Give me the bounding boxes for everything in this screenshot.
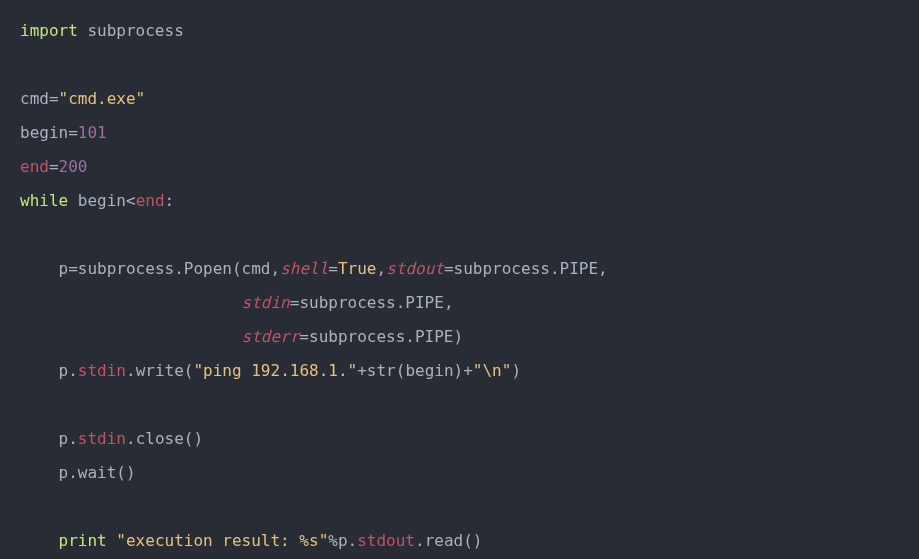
comma: , [376, 259, 386, 278]
code-line: p.wait() [20, 463, 136, 482]
identifier: subprocess [309, 327, 405, 346]
attribute: stdin [78, 361, 126, 380]
code-block: import subprocess cmd="cmd.exe" begin=10… [0, 0, 919, 559]
operator-plus: + [357, 361, 367, 380]
module-name: subprocess [87, 21, 183, 40]
paren-open: ( [184, 361, 194, 380]
dot: . [348, 531, 358, 550]
dot: . [126, 361, 136, 380]
dot: . [68, 463, 78, 482]
paren-close: ) [511, 361, 521, 380]
code-line: while begin<end: [20, 191, 174, 210]
function-name: str [367, 361, 396, 380]
parens: () [184, 429, 203, 448]
code-line: cmd="cmd.exe" [20, 89, 145, 108]
code-line: p.stdin.write("ping 192.168.1."+str(begi… [20, 361, 521, 380]
dot: . [174, 259, 184, 278]
operator-assign: = [68, 123, 78, 142]
operator-assign: = [290, 293, 300, 312]
code-line: begin=101 [20, 123, 107, 142]
code-line: import subprocess [20, 21, 184, 40]
dot: . [68, 361, 78, 380]
string-literal: "cmd.exe" [59, 89, 146, 108]
operator-plus: + [463, 361, 473, 380]
keyword-print: print [59, 531, 107, 550]
code-line: end=200 [20, 157, 87, 176]
operator-assign: = [49, 89, 59, 108]
attribute: stdin [78, 429, 126, 448]
paren-close: ) [454, 361, 464, 380]
parens: () [463, 531, 482, 550]
identifier: end [136, 191, 165, 210]
function-name: wait [78, 463, 117, 482]
identifier: subprocess [454, 259, 550, 278]
identifier: p [59, 463, 69, 482]
code-line: stdin=subprocess.PIPE, [20, 293, 454, 312]
kwarg-name: stdout [386, 259, 444, 278]
identifier: cmd [20, 89, 49, 108]
builtin-true: True [338, 259, 377, 278]
string-literal: "execution result: %s" [116, 531, 328, 550]
identifier: begin [405, 361, 453, 380]
operator-percent: % [328, 531, 338, 550]
comma: , [598, 259, 608, 278]
dot: . [405, 327, 415, 346]
code-line: stderr=subprocess.PIPE) [20, 327, 463, 346]
keyword-while: while [20, 191, 68, 210]
identifier: p [59, 429, 69, 448]
identifier: p [59, 259, 69, 278]
function-name: write [136, 361, 184, 380]
identifier: cmd [242, 259, 271, 278]
identifier: PIPE [405, 293, 444, 312]
paren-open: ( [232, 259, 242, 278]
string-literal: "ping 192.168.1." [193, 361, 357, 380]
identifier: subprocess [78, 259, 174, 278]
parens: () [116, 463, 135, 482]
identifier: begin [20, 123, 68, 142]
string-literal: "\n" [473, 361, 512, 380]
operator-assign: = [299, 327, 309, 346]
code-line: p.stdin.close() [20, 429, 203, 448]
comma: , [444, 293, 454, 312]
number-literal: 200 [59, 157, 88, 176]
operator-assign: = [68, 259, 78, 278]
identifier: p [59, 361, 69, 380]
kwarg-name: stdin [242, 293, 290, 312]
identifier: begin [78, 191, 126, 210]
kwarg-name: shell [280, 259, 328, 278]
identifier: p [338, 531, 348, 550]
colon: : [165, 191, 175, 210]
identifier: PIPE [415, 327, 454, 346]
dot: . [550, 259, 560, 278]
identifier: end [20, 157, 49, 176]
number-literal: 101 [78, 123, 107, 142]
code-line: print "execution result: %s"%p.stdout.re… [20, 531, 482, 550]
paren-close: ) [454, 327, 464, 346]
dot: . [126, 429, 136, 448]
operator-assign: = [328, 259, 338, 278]
identifier: PIPE [560, 259, 599, 278]
comma: , [271, 259, 281, 278]
operator-lt: < [126, 191, 136, 210]
code-line: p=subprocess.Popen(cmd,shell=True,stdout… [20, 259, 608, 278]
keyword-import: import [20, 21, 78, 40]
dot: . [415, 531, 425, 550]
dot: . [396, 293, 406, 312]
dot: . [68, 429, 78, 448]
attribute: stdout [357, 531, 415, 550]
function-name: close [136, 429, 184, 448]
operator-assign: = [49, 157, 59, 176]
operator-assign: = [444, 259, 454, 278]
function-name: Popen [184, 259, 232, 278]
function-name: read [425, 531, 464, 550]
identifier: subprocess [299, 293, 395, 312]
paren-open: ( [396, 361, 406, 380]
kwarg-name: stderr [242, 327, 300, 346]
